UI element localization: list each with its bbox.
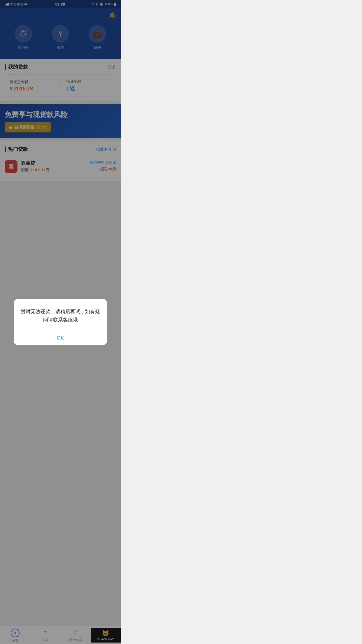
dialog-overlay: 暂时无法还款，请稍后再试，如有疑问请联系客服哦 OK — [0, 0, 121, 215]
